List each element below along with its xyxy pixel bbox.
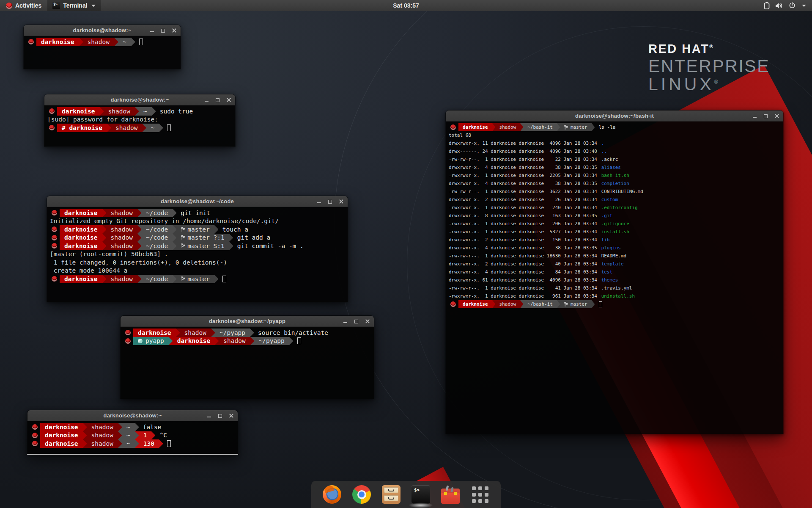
terminal-line: -rwxrwxr-x. 1 darknoise darknoise 2205 J… (447, 171, 781, 179)
close-button[interactable] (226, 97, 231, 103)
git-branch-icon (564, 125, 568, 130)
system-tray[interactable] (758, 0, 812, 11)
minimize-button[interactable] (343, 319, 348, 324)
terminal-content[interactable]: darknoiseshadow~ (24, 36, 181, 69)
command-text: git commit -a -m . (233, 242, 304, 250)
power-icon (789, 2, 796, 9)
battery-icon (764, 2, 770, 9)
terminal-window-pyapp[interactable]: darknoise@shadow:~/pyapp darknoiseshadow… (120, 315, 374, 399)
brand-line-linux: LINUX® (648, 75, 770, 94)
prompt-segment-path: ~/code (141, 275, 173, 283)
minimize-button[interactable] (204, 97, 209, 103)
powerline-separator (135, 439, 139, 448)
dock-item-firefox[interactable] (322, 485, 342, 504)
terminal-content[interactable]: darknoiseshadow~sudo true[sudo] password… (44, 105, 235, 146)
redhat-branding: RED HAT® ENTERPRISE LINUX® (648, 42, 770, 94)
maximize-button[interactable] (327, 199, 333, 204)
close-button[interactable] (228, 413, 234, 419)
dock-item-files[interactable] (381, 485, 401, 504)
terminal-app-icon: $> (52, 2, 60, 9)
prompt-segment-host: shadow (104, 107, 135, 116)
powerline-separator (592, 300, 595, 308)
redhat-prompt-icon (49, 225, 60, 234)
powerline-separator (211, 329, 215, 337)
activities-button[interactable]: Activities (0, 0, 47, 11)
brand-line-enterprise: ENTERPRISE (648, 57, 770, 75)
dock-item-app-grid[interactable] (470, 485, 490, 504)
powerline-separator (214, 225, 218, 234)
dock-item-chrome[interactable] (352, 485, 371, 504)
chrome-icon (352, 485, 371, 504)
window-titlebar[interactable]: darknoise@shadow:~ (24, 25, 181, 36)
output-text: .. (600, 147, 607, 155)
output-text: drwxrwxr-x. 4 darknoise darknoise 84 Jan… (447, 268, 600, 276)
minimize-button[interactable] (206, 413, 212, 419)
dock-item-terminal[interactable] (411, 485, 431, 504)
window-titlebar[interactable]: darknoise@shadow:~/bash-it (446, 110, 783, 121)
terminal-line: -rw-rw-r--. 1 darknoise darknoise 3622 J… (447, 188, 781, 196)
minimize-button[interactable] (752, 113, 757, 119)
prompt-segment-path: ~/code (141, 234, 173, 242)
output-text: custom (600, 196, 618, 204)
dock-item-toolbox[interactable] (441, 485, 460, 504)
output-text: drwxrwxr-x. 8 darknoise darknoise 163 Ja… (447, 212, 600, 220)
running-indicator (409, 502, 433, 508)
maximize-button[interactable] (215, 97, 220, 103)
close-button[interactable] (338, 199, 344, 204)
prompt-segment-user: darknoise (60, 275, 102, 283)
powerline-separator (492, 300, 495, 308)
output-text: total 68 (447, 131, 471, 139)
terminal-content[interactable]: darknoiseshadow~/pyappsource bin/activat… (121, 327, 374, 399)
close-button[interactable] (774, 113, 779, 119)
terminal-cursor (222, 276, 226, 282)
powerline-separator (250, 329, 254, 337)
prompt-segment-path: ~ (118, 38, 131, 46)
window-titlebar[interactable]: darknoise@shadow:~ (44, 94, 235, 105)
minimize-button[interactable] (149, 28, 155, 33)
app-menu-terminal[interactable]: $> Terminal (47, 0, 100, 11)
command-text: git add a (233, 234, 271, 242)
maximize-button[interactable] (763, 113, 768, 119)
powerline-separator (137, 234, 141, 242)
output-text: .editorconfig (600, 204, 638, 212)
terminal-content[interactable]: darknoiseshadow~/codegit initInitialized… (47, 207, 348, 302)
terminal-window-code[interactable]: darknoise@shadow:~/code darknoiseshadow~… (47, 196, 348, 302)
powerline-separator (492, 123, 495, 131)
powerline-separator (173, 209, 176, 217)
terminal-content[interactable]: darknoiseshadow~falsedarknoiseshadow~1^C… (27, 421, 238, 454)
window-titlebar[interactable]: darknoise@shadow:~/pyapp (121, 316, 374, 327)
window-titlebar[interactable]: darknoise@shadow:~ (27, 410, 238, 421)
close-button[interactable] (365, 319, 370, 324)
maximize-button[interactable] (354, 319, 359, 324)
minimize-button[interactable] (316, 199, 322, 204)
output-text: drwxrwxr-x. 2 darknoise darknoise 150 Ja… (447, 236, 600, 244)
output-text: -rwxrwxr-x. 1 darknoise darknoise 240 Ja… (447, 204, 600, 212)
powerline-separator (137, 275, 141, 283)
output-text: .gitignore (600, 220, 629, 228)
terminal-content[interactable]: darknoiseshadow~/bash-itmasterls -latota… (446, 121, 783, 434)
terminal-window-bash-it[interactable]: darknoise@shadow:~/bash-it darknoiseshad… (445, 110, 784, 434)
window-titlebar[interactable]: darknoise@shadow:~/code (47, 196, 348, 207)
maximize-button[interactable] (160, 28, 166, 33)
powerline-separator (142, 124, 146, 132)
terminal-window-exitcodes[interactable]: darknoise@shadow:~ darknoiseshadow~false… (27, 410, 238, 455)
maximize-button[interactable] (217, 413, 223, 419)
terminal-window-sudo[interactable]: darknoise@shadow:~ darknoiseshadow~sudo … (44, 94, 236, 147)
powerline-separator (137, 209, 141, 217)
close-button[interactable] (171, 28, 177, 33)
prompt-segment-host: shadow (83, 38, 114, 46)
powerline-separator (229, 234, 233, 242)
output-text: -rw-rw-r--. 1 darknoise darknoise 18630 … (447, 252, 600, 260)
output-text: drwxrwxr-x. 2 darknoise darknoise 26 Jan… (447, 196, 600, 204)
prompt-segment-host: shadow (106, 225, 137, 234)
output-text: -rw-rw-r--. 1 darknoise darknoise 41 Jan… (447, 284, 600, 292)
prompt-segment-git: master (176, 225, 214, 234)
powerline-separator (159, 124, 163, 132)
terminal-window-home-small[interactable]: darknoise@shadow:~ darknoiseshadow~ (23, 25, 181, 69)
prompt-segment-user: darknoise (60, 242, 102, 250)
terminal-line: [master (root-commit) 50bcb63] . (49, 250, 346, 259)
clock[interactable]: Sat 03:57 (389, 0, 423, 11)
redhat-prompt-icon (49, 234, 60, 242)
git-branch-icon (181, 276, 185, 282)
powerline-separator (176, 329, 180, 337)
